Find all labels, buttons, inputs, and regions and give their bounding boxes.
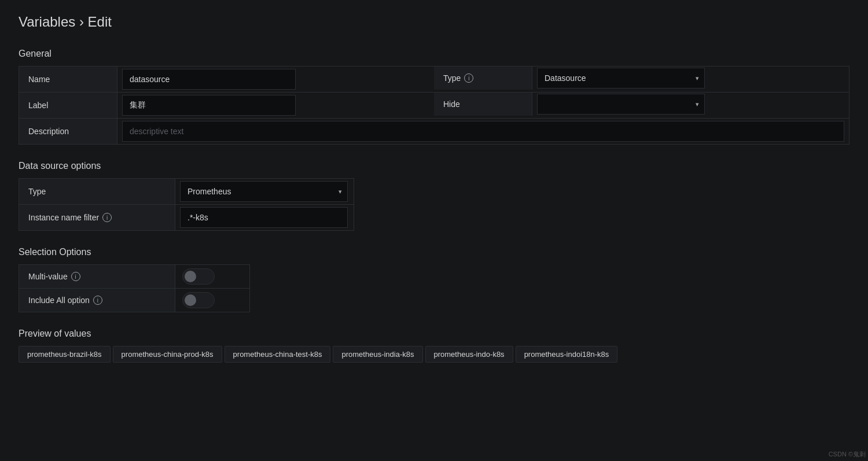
selection-options-form: Multi-value i Include All option i bbox=[19, 264, 250, 312]
ds-type-value-cell: Prometheus InfluxDB MySQL PostgreSQL Ela… bbox=[175, 179, 354, 204]
watermark: CSDN ©鬼刺 bbox=[829, 450, 866, 459]
include-all-slider bbox=[182, 292, 215, 308]
description-row: Description bbox=[19, 118, 849, 144]
label-label: Label bbox=[19, 93, 117, 118]
type-info-icon[interactable]: i bbox=[464, 73, 473, 83]
include-all-label: Include All option i bbox=[19, 289, 175, 312]
hide-select[interactable]: Label Variable bbox=[537, 94, 705, 115]
chip-4: prometheus-indo-k8s bbox=[425, 346, 513, 363]
multi-value-label-text: Multi-value bbox=[28, 272, 68, 281]
hide-label-text: Hide bbox=[443, 99, 460, 109]
instance-filter-value-cell bbox=[175, 205, 354, 230]
description-label: Description bbox=[19, 119, 117, 144]
include-all-info-icon[interactable]: i bbox=[93, 296, 102, 305]
selection-options-section: Selection Options Multi-value i Inc bbox=[19, 247, 849, 312]
page-title: Variables › Edit bbox=[19, 14, 849, 30]
include-all-toggle-cell bbox=[175, 290, 222, 311]
include-all-label-text: Include All option bbox=[28, 296, 90, 305]
multi-value-row: Multi-value i bbox=[19, 265, 249, 288]
chip-2: prometheus-china-test-k8s bbox=[225, 346, 331, 363]
chip-1: prometheus-china-prod-k8s bbox=[113, 346, 222, 363]
general-form: Name Type i Datasource Query Custom bbox=[19, 66, 849, 145]
chip-5: prometheus-indoi18n-k8s bbox=[516, 346, 618, 363]
ds-type-select[interactable]: Prometheus InfluxDB MySQL PostgreSQL Ela… bbox=[180, 181, 348, 202]
datasource-options-form: Type Prometheus InfluxDB MySQL PostgreSQ… bbox=[19, 178, 354, 231]
label-value-cell bbox=[117, 93, 434, 118]
datasource-options-section: Data source options Type Prometheus Infl… bbox=[19, 161, 849, 231]
instance-filter-label-text: Instance name filter bbox=[28, 213, 99, 222]
type-select-wrapper: Datasource Query Custom Constant Text bo… bbox=[537, 68, 705, 88]
ds-type-row: Type Prometheus InfluxDB MySQL PostgreSQ… bbox=[19, 179, 354, 204]
label-input[interactable] bbox=[122, 95, 296, 116]
include-all-row: Include All option i bbox=[19, 288, 249, 312]
datasource-options-section-title: Data source options bbox=[19, 161, 849, 171]
include-all-toggle[interactable] bbox=[182, 292, 215, 308]
preview-section: Preview of values prometheus-brazil-k8s … bbox=[19, 329, 849, 363]
general-section-title: General bbox=[19, 49, 849, 59]
type-label-text: Type bbox=[443, 73, 461, 83]
chip-0: prometheus-brazil-k8s bbox=[19, 346, 111, 363]
preview-chips-container: prometheus-brazil-k8s prometheus-china-p… bbox=[19, 346, 849, 363]
selection-options-section-title: Selection Options bbox=[19, 247, 849, 257]
preview-section-title: Preview of values bbox=[19, 329, 849, 339]
chip-3: prometheus-india-k8s bbox=[333, 346, 422, 363]
hide-value-cell: Label Variable ▾ bbox=[532, 93, 849, 116]
general-section: General Name Type i Datasource bbox=[19, 49, 849, 145]
multi-value-toggle[interactable] bbox=[182, 268, 215, 285]
multi-value-label: Multi-value i bbox=[19, 265, 175, 288]
hide-label-cell: Hide bbox=[434, 93, 532, 116]
type-label-cell: Type i bbox=[434, 67, 532, 90]
instance-filter-input[interactable] bbox=[180, 207, 348, 228]
instance-filter-info-icon[interactable]: i bbox=[102, 213, 112, 222]
description-input[interactable] bbox=[122, 121, 844, 142]
multi-value-toggle-cell bbox=[175, 266, 222, 287]
multi-value-info-icon[interactable]: i bbox=[71, 272, 80, 281]
hide-select-wrapper: Label Variable ▾ bbox=[537, 94, 705, 115]
type-select[interactable]: Datasource Query Custom Constant Text bo… bbox=[537, 68, 705, 88]
ds-type-label: Type bbox=[19, 179, 175, 204]
multi-value-slider bbox=[182, 268, 215, 285]
instance-filter-row: Instance name filter i bbox=[19, 204, 354, 230]
name-label: Name bbox=[19, 67, 117, 92]
type-value-cell: Datasource Query Custom Constant Text bo… bbox=[532, 67, 849, 90]
instance-filter-label: Instance name filter i bbox=[19, 205, 175, 230]
label-hide-row: Label Hide Label Variable ▾ bbox=[19, 92, 849, 118]
ds-type-select-wrapper: Prometheus InfluxDB MySQL PostgreSQL Ela… bbox=[180, 181, 348, 202]
name-input[interactable] bbox=[122, 69, 296, 90]
description-value-cell bbox=[117, 119, 849, 144]
name-type-row: Name Type i Datasource Query Custom bbox=[19, 67, 849, 92]
name-value-cell bbox=[117, 67, 434, 92]
